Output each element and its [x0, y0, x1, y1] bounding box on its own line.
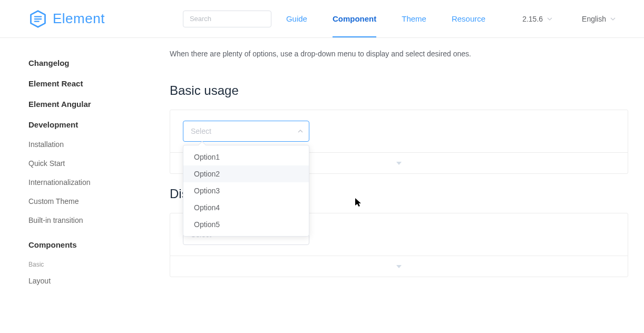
caret-down-icon — [396, 265, 402, 268]
intro-text: When there are plenty of options, use a … — [170, 50, 628, 58]
select-dropdown: Option1 Option2 Option3 Option4 Option5 — [183, 145, 309, 237]
sidebar-item-element-angular[interactable]: Element Angular — [28, 94, 137, 114]
caret-down-icon — [396, 162, 402, 165]
select-option[interactable]: Option5 — [183, 216, 309, 233]
nav-theme[interactable]: Theme — [402, 0, 426, 37]
top-nav: Guide Component Theme Resource — [286, 0, 485, 37]
element-logo-icon — [28, 9, 47, 28]
version-label: 2.15.6 — [522, 15, 543, 23]
nav-resource[interactable]: Resource — [452, 0, 485, 37]
logo[interactable]: Element — [28, 9, 105, 28]
main-content: When there are plenty of options, use a … — [137, 38, 644, 290]
nav-component[interactable]: Component — [333, 0, 376, 37]
demo-box-basic-usage: Option1 Option2 Option3 Option4 Option5 — [170, 110, 628, 174]
sidebar-item-element-react[interactable]: Element React — [28, 73, 137, 94]
header: Element Guide Component Theme Resource 2… — [0, 0, 644, 38]
language-label: English — [582, 15, 606, 23]
sidebar: Changelog Element React Element Angular … — [0, 38, 137, 290]
select-input[interactable] — [183, 121, 309, 142]
chevron-down-icon — [547, 16, 552, 22]
sidebar-item-development[interactable]: Development — [28, 114, 137, 135]
sidebar-item-quick-start[interactable]: Quick Start — [28, 154, 137, 173]
sidebar-item-installation[interactable]: Installation — [28, 135, 137, 154]
logo-text: Element — [53, 11, 105, 27]
sidebar-group-basic: Basic — [28, 253, 137, 271]
sidebar-item-changelog[interactable]: Changelog — [28, 53, 137, 73]
chevron-down-icon — [610, 16, 616, 22]
sidebar-item-built-in-transition[interactable]: Built-in transition — [28, 211, 137, 230]
search-input[interactable] — [183, 11, 271, 27]
language-selector[interactable]: English — [582, 15, 616, 23]
select-option[interactable]: Option1 — [183, 149, 309, 165]
version-selector[interactable]: 2.15.6 — [522, 15, 552, 23]
sidebar-heading-components: Components — [28, 230, 137, 253]
select-option[interactable]: Option3 — [183, 182, 309, 199]
demo-expand-toggle[interactable] — [170, 256, 628, 277]
select-basic[interactable]: Option1 Option2 Option3 Option4 Option5 — [183, 121, 309, 142]
sidebar-item-custom-theme[interactable]: Custom Theme — [28, 192, 137, 211]
select-option[interactable]: Option4 — [183, 199, 309, 216]
sidebar-item-layout[interactable]: Layout — [28, 271, 137, 290]
select-option[interactable]: Option2 — [183, 165, 309, 182]
section-basic-usage-title: Basic usage — [170, 83, 628, 98]
nav-guide[interactable]: Guide — [286, 0, 307, 37]
sidebar-item-internationalization[interactable]: Internationalization — [28, 173, 137, 192]
